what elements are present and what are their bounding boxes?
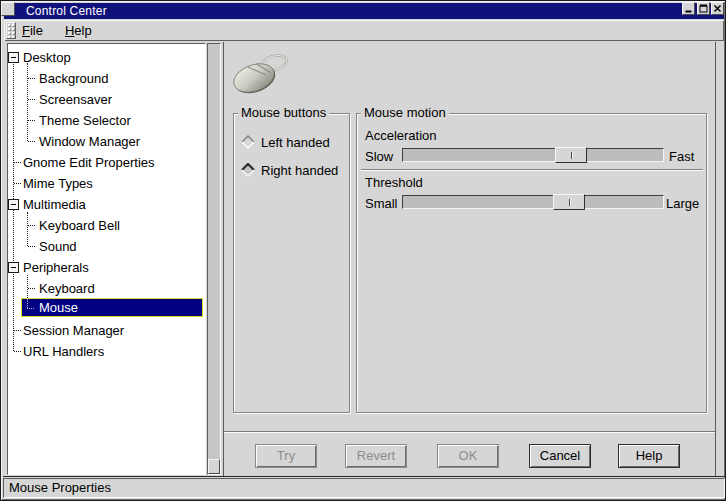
control-center-window: Control Center File Help: [0, 0, 726, 501]
try-button[interactable]: Try: [255, 444, 317, 468]
tree-item-gnome-edit-properties[interactable]: Gnome Edit Properties: [8, 152, 203, 173]
close-icon: [713, 4, 722, 13]
maximize-button[interactable]: [697, 2, 710, 15]
cancel-button[interactable]: Cancel: [529, 444, 591, 468]
tree-scrollbar[interactable]: [207, 43, 221, 475]
radio-right-handed[interactable]: Right handed: [241, 162, 338, 178]
tree-item-mouse-selected[interactable]: Mouse: [21, 298, 203, 317]
fast-label: Fast: [669, 149, 694, 164]
tree-connector: [27, 299, 28, 308]
menu-help[interactable]: Help: [61, 21, 96, 40]
radio-left-handed[interactable]: Left handed: [241, 134, 330, 150]
tree-item-background[interactable]: Background: [8, 68, 203, 89]
radio-unselected-icon: [241, 135, 255, 149]
tree-item-url-handlers[interactable]: URL Handlers: [8, 341, 203, 362]
tree-item-session-manager[interactable]: Session Manager: [8, 320, 203, 341]
ok-button[interactable]: OK: [437, 444, 499, 468]
tree-item-sound[interactable]: Sound: [8, 236, 203, 257]
tree-item-theme-selector[interactable]: Theme Selector: [8, 110, 203, 131]
window-title: Control Center: [26, 4, 107, 18]
titlebar[interactable]: Control Center: [4, 3, 724, 19]
threshold-slider[interactable]: [402, 195, 664, 209]
tree-item-peripherals[interactable]: Peripherals: [8, 257, 203, 278]
small-label: Small: [365, 196, 398, 211]
statusbar: Mouse Properties: [3, 478, 725, 498]
acceleration-slider[interactable]: [402, 148, 664, 162]
tree-item-screensaver[interactable]: Screensaver: [8, 89, 203, 110]
frame-title: Mouse motion: [361, 105, 449, 121]
maximize-icon: [699, 4, 708, 13]
statusbar-text: Mouse Properties: [9, 480, 111, 495]
mouse-settings-panel: Mouse buttons Left handed Right handed: [223, 42, 716, 477]
menu-file[interactable]: File: [18, 21, 47, 40]
category-tree-panel: Desktop Background Screensaver Theme Sel…: [7, 43, 206, 475]
acceleration-slider-handle[interactable]: [555, 147, 587, 163]
minimize-icon: [684, 4, 693, 13]
tree-item-desktop[interactable]: Desktop: [8, 47, 203, 68]
divider: [3, 476, 725, 477]
tree-item-keyboard-bell[interactable]: Keyboard Bell: [8, 215, 203, 236]
large-label: Large: [666, 196, 699, 211]
mouse-motion-frame: Mouse motion Acceleration Slow Fast Thre…: [356, 113, 707, 413]
mouse-buttons-frame: Mouse buttons Left handed Right handed: [233, 113, 350, 413]
tree-item-keyboard[interactable]: Keyboard: [8, 278, 203, 299]
acceleration-label: Acceleration: [365, 128, 437, 143]
slow-label: Slow: [365, 149, 393, 164]
tree-connector: [27, 308, 34, 309]
tree-item-window-manager[interactable]: Window Manager: [8, 131, 203, 152]
menubar: File Help: [4, 20, 724, 41]
separator: [361, 169, 703, 171]
tree-item-mime-types[interactable]: Mime Types: [8, 173, 203, 194]
window-menu-icon[interactable]: [1, 2, 15, 16]
threshold-label: Threshold: [365, 175, 423, 190]
tree-scrollbar-thumb[interactable]: [208, 459, 220, 474]
threshold-slider-handle[interactable]: [553, 194, 585, 210]
category-tree: Desktop Background Screensaver Theme Sel…: [8, 44, 205, 474]
frame-title: Mouse buttons: [238, 105, 329, 121]
minimize-button[interactable]: [682, 2, 695, 15]
mouse-illustration: [232, 50, 296, 98]
help-button[interactable]: Help: [618, 444, 680, 468]
revert-button[interactable]: Revert: [345, 444, 407, 468]
tree-item-multimedia[interactable]: Multimedia: [8, 194, 203, 215]
menubar-drag-handle[interactable]: [6, 22, 16, 39]
close-button[interactable]: [711, 2, 724, 15]
separator: [224, 431, 715, 433]
radio-selected-icon: [241, 163, 255, 177]
